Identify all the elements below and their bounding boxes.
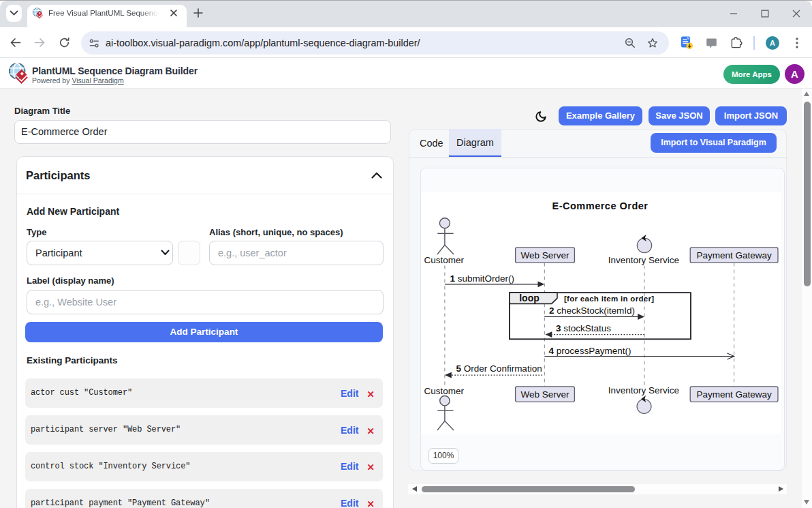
svg-text:Inventory Service: Inventory Service [608,255,679,265]
svg-text:[for each item in order]: [for each item in order] [564,295,654,303]
svg-text:Inventory Service: Inventory Service [608,385,679,395]
svg-text:1 submitOrder(): 1 submitOrder() [450,273,515,284]
svg-text:Customer: Customer [424,386,465,396]
svg-text:Web Server: Web Server [520,389,569,400]
svg-text:Payment Gateway: Payment Gateway [696,250,772,260]
svg-text:5 Order Confirmation: 5 Order Confirmation [456,363,542,374]
svg-text:3 stockStatus: 3 stockStatus [556,323,611,333]
svg-text:4 processPayment(): 4 processPayment() [549,346,631,356]
svg-text:E-Commerce Order: E-Commerce Order [552,200,649,211]
svg-text:Payment Gateway: Payment Gateway [696,389,772,400]
svg-text:loop: loop [519,293,540,303]
svg-text:Customer: Customer [424,255,465,265]
svg-text:2 checkStock(itemId): 2 checkStock(itemId) [549,305,635,316]
svg-text:Web Server: Web Server [520,250,569,260]
